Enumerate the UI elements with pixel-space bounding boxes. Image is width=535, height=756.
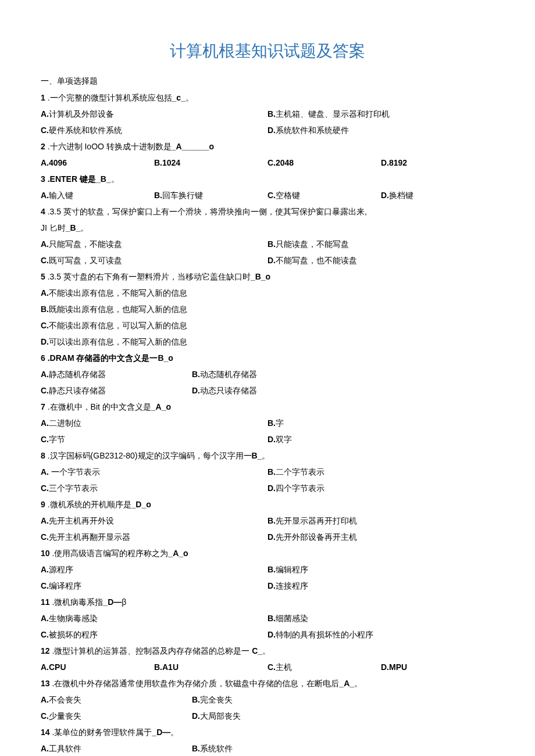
option: A.不会丧失: [41, 691, 192, 708]
option-text: 字节: [49, 435, 65, 444]
option-key: D.: [268, 483, 276, 493]
option: A.只能写盘，不能读盘: [41, 236, 268, 252]
option: B.只能读盘，不能写盘: [268, 236, 494, 252]
question-number: 1: [41, 93, 45, 102]
question-block: 10 .使用高级语言编写的程序称之为_A_oA.源程序B.编辑程序C.编译程序D…: [41, 545, 494, 594]
option-key: C.: [41, 126, 49, 135]
option-text: 先开外部设备再开主机: [276, 532, 357, 542]
option-key: B.: [268, 109, 276, 119]
option: A.静态随机存储器: [41, 366, 192, 382]
question-text: .汉字国标码(GB2312-80)规定的汉字编码，每个汉字用一: [45, 451, 252, 460]
option-key: D.: [192, 386, 200, 395]
option: D.先开外部设备再开主机: [268, 529, 494, 545]
option-text: 不能读出原有信息，不能写入新的信息: [49, 288, 187, 298]
option-key: C.: [268, 158, 276, 167]
question-number: 11: [41, 597, 50, 607]
question-number: 14: [41, 728, 50, 737]
answer-blank: _B_o: [251, 272, 270, 281]
option-key: D.: [268, 256, 276, 265]
option: C.被损坏的程序: [41, 626, 268, 643]
option-text: 计算机及外部设备: [49, 109, 114, 119]
option-key: D.: [41, 337, 49, 346]
question-text-tail: 。: [354, 679, 362, 688]
option: D.可以读出原有信息，不能写入新的信息: [41, 334, 494, 350]
option: D.大局部丧失: [192, 708, 343, 724]
option-text: 先开主机再翻开显示器: [49, 532, 130, 542]
options-row: A.不会丧失B.完全丧失C.少量丧失D.大局部丧失: [41, 691, 494, 724]
question-stem: 9 .微机系统的开机顺序是_D_o: [41, 496, 494, 513]
option-key: A.: [41, 158, 49, 167]
option-text: 大局部丧失: [200, 711, 241, 721]
option: B.主机箱、键盘、显示器和打印机: [268, 106, 494, 122]
option: D.换档键: [381, 187, 494, 203]
option-key: B.: [268, 418, 276, 428]
question-text: JI 匕时: [41, 223, 66, 232]
option-text: 不能写盘，也不能读盘: [276, 256, 357, 265]
option-text: 编辑程序: [276, 565, 308, 574]
option: D.MPU: [381, 659, 494, 675]
option-text: 1024: [162, 158, 180, 167]
question-text: .3.5 英寸盘的右下角有一塑料滑片，当移动它盖住缺口时: [45, 272, 251, 281]
option-text: 静态只读存储器: [49, 386, 106, 395]
option-key: B.: [41, 304, 49, 314]
option-text: 既能读出原有信息，也能写入新的信息: [49, 304, 187, 314]
answer-blank: _A_o: [151, 402, 171, 411]
option-text: 不会丧失: [49, 695, 81, 704]
option: C.空格键: [268, 187, 381, 203]
option: A.CPU: [41, 659, 154, 675]
option: C.三个字节表示: [41, 480, 268, 496]
question-stem: 5 .3.5 英寸盘的右下角有一塑料滑片，当移动它盖住缺口时_B_o: [41, 268, 494, 285]
option: C.不能读出原有信息，可以写入新的信息: [41, 317, 494, 334]
option: C.字节: [41, 431, 268, 447]
question-stem: 14 .某单位的财务管理软件属于_D—。: [41, 724, 494, 740]
question-text: .微机系统的开机顺序是: [45, 500, 131, 509]
answer-blank: _D_o: [131, 500, 151, 509]
option-key: B.: [154, 662, 162, 672]
option: C.2048: [268, 155, 381, 171]
question-text-tail: 。: [170, 728, 179, 737]
question-number: 10: [41, 549, 50, 558]
question-text: .3.5 英寸的软盘，写保护窗口上有一个滑块，将滑块推向一侧，使其写保护窗口暴露…: [45, 207, 367, 216]
question-block: 12 .微型计算机的运算器、控制器及内存存储器的总称是一 C_。A.CPUB.A…: [41, 643, 494, 675]
question-stem: 10 .使用高级语言编写的程序称之为_A_o: [41, 545, 494, 561]
question-number: 8: [41, 451, 45, 460]
option-text: 先开显示器再开打印机: [276, 516, 357, 525]
option: B.1024: [154, 155, 268, 171]
question-stem-continued: JI 匕时_B_。: [41, 220, 494, 236]
options-row: A.不能读出原有信息，不能写入新的信息B.既能读出原有信息，也能写入新的信息C.…: [41, 285, 494, 350]
option-key: D.: [268, 126, 276, 135]
question-text: .ENTER 键是: [45, 174, 96, 184]
option: B.字: [268, 415, 494, 431]
option-text: 二进制位: [49, 418, 81, 428]
option: A.输入键: [41, 187, 154, 203]
option-text: MPU: [389, 662, 407, 672]
section-heading: 一、单项选择题: [41, 73, 494, 89]
option-text: 源程序: [49, 565, 73, 574]
question-stem: 6 .DRAM 存储器的中文含义是一B_o: [41, 350, 494, 366]
option: [343, 691, 494, 708]
question-text: .一个完整的微型计算机系统应包括: [45, 93, 172, 102]
option-key: A.: [41, 662, 49, 672]
question-number: 6: [41, 353, 45, 363]
option-key: B.: [268, 516, 276, 525]
question-number: 12: [41, 646, 50, 655]
question-number: 3: [41, 174, 45, 184]
option-text: 字: [276, 418, 284, 428]
option: D.系统软件和系统硬件: [268, 122, 494, 138]
option-key: C.: [41, 256, 49, 265]
question-stem: 2 .十六进制 IoOO 转换成十进制数是_A______o: [41, 138, 494, 155]
question-number: 4: [41, 207, 45, 216]
option-key: A.: [41, 288, 49, 298]
question-number: 9: [41, 500, 45, 509]
option-text: A1U: [162, 662, 179, 672]
options-row: A.生物病毒感染B.细菌感染C.被损坏的程序D.特制的具有损坏性的小程序: [41, 610, 494, 643]
option-key: D.: [192, 711, 200, 721]
question-text-tail: β: [122, 597, 126, 607]
question-text: .微型计算机的运算器、控制器及内存存储器的总称是一: [50, 646, 252, 655]
question-block: 8 .汉字国标码(GB2312-80)规定的汉字编码，每个汉字用一B_。A. 一…: [41, 447, 494, 496]
option-key: D.: [381, 662, 389, 672]
option-key: C.: [41, 711, 49, 721]
option-text: 可以读出原有信息，不能写入新的信息: [49, 337, 187, 346]
question-number: 5: [41, 272, 45, 281]
question-stem: 7 .在微机中，Bit 的中文含义是_A_o: [41, 399, 494, 415]
